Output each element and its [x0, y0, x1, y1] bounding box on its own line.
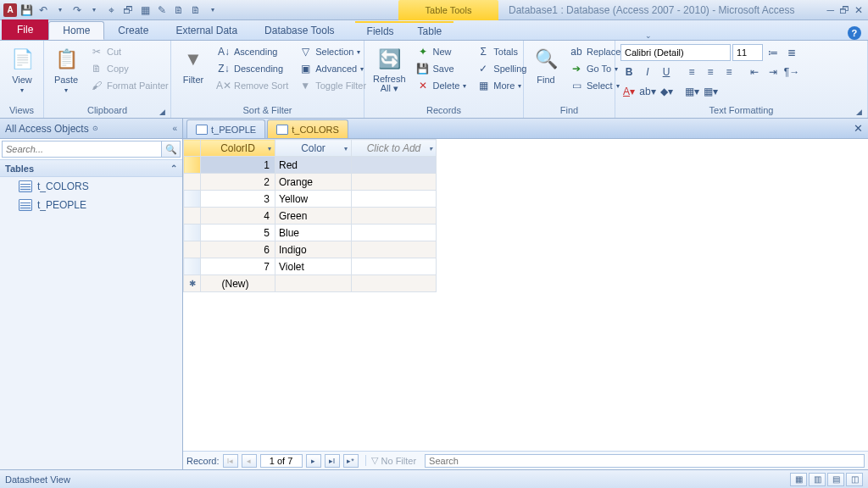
toggle-filter-button[interactable]: ▼Toggle Filter	[295, 78, 370, 93]
spelling-button[interactable]: ✓Spelling	[473, 61, 530, 76]
cell[interactable]	[275, 275, 352, 292]
dropdown-icon[interactable]: ▾	[268, 144, 271, 152]
cell[interactable]: (New)	[201, 275, 275, 292]
bullets-icon[interactable]: ≔	[765, 44, 782, 61]
tab-database-tools[interactable]: Database Tools	[251, 21, 348, 40]
highlight-icon[interactable]: ab▾	[639, 83, 656, 100]
cell[interactable]: Indigo	[275, 241, 352, 258]
paste-button[interactable]: 📋Paste▾	[49, 44, 83, 96]
dialog-launcher-icon[interactable]: ◢	[856, 108, 862, 116]
help-icon[interactable]: ?	[848, 26, 861, 40]
italic-icon[interactable]: I	[639, 64, 656, 80]
bold-icon[interactable]: B	[620, 64, 637, 80]
redo-icon[interactable]: ↷	[70, 3, 85, 18]
table-row[interactable]: 6Indigo	[184, 241, 437, 258]
align-right-icon[interactable]: ≡	[721, 64, 737, 80]
format-painter-button[interactable]: 🖌Format Painter	[86, 78, 172, 93]
cut-button[interactable]: ✂Cut	[86, 44, 172, 59]
next-record-button[interactable]: ▸	[306, 454, 321, 468]
qat-dropdown-icon[interactable]: ▾	[205, 3, 220, 18]
col-header-color[interactable]: Color▾	[275, 140, 352, 157]
align-center-icon[interactable]: ≡	[702, 64, 719, 80]
cell[interactable]: 7	[201, 258, 275, 275]
nav-dropdown-icon[interactable]: ⊙	[92, 125, 98, 132]
col-header-add[interactable]: Click to Add▾	[352, 140, 437, 157]
save-button[interactable]: 💾Save	[413, 61, 470, 76]
ribbon-collapse-icon[interactable]: ⌄	[645, 31, 652, 40]
doc-tab-tpeople[interactable]: t_PEOPLE	[186, 119, 265, 138]
totals-button[interactable]: ΣTotals	[473, 44, 530, 59]
datasheet-view-button[interactable]: ▦	[790, 473, 807, 486]
doc-tab-tcolors[interactable]: t_COLORS	[267, 119, 348, 138]
row-selector[interactable]	[184, 208, 201, 225]
redo-more-icon[interactable]: ▾	[86, 3, 102, 18]
collapse-icon[interactable]: ⌃	[170, 164, 177, 173]
cell[interactable]	[352, 258, 437, 275]
fill-icon[interactable]: ◆▾	[658, 83, 675, 100]
tab-create[interactable]: Create	[104, 21, 162, 40]
indent-right-icon[interactable]: ⇥	[765, 64, 782, 80]
row-selector-new[interactable]	[184, 275, 201, 292]
table-row[interactable]: 3Yellow	[184, 191, 437, 208]
tab-external-data[interactable]: External Data	[162, 21, 251, 40]
align-left-icon[interactable]: ≡	[683, 64, 700, 80]
record-search-input[interactable]	[425, 454, 865, 468]
new-record-button[interactable]: ▸*	[343, 454, 359, 468]
descending-button[interactable]: Z↓Descending	[214, 61, 292, 76]
row-selector[interactable]	[184, 191, 201, 208]
design-view-button[interactable]: ▥	[809, 473, 826, 486]
qat-icon5[interactable]: 🗎	[171, 3, 186, 18]
new-button[interactable]: ✦New	[413, 44, 470, 59]
advanced-button[interactable]: ▣Advanced ▾	[295, 61, 370, 76]
more-button[interactable]: ▦More ▾	[473, 78, 530, 93]
save-icon[interactable]: 💾	[19, 3, 34, 18]
row-selector[interactable]	[184, 174, 201, 191]
gridlines-icon[interactable]: ▦▾	[683, 83, 700, 100]
table-row[interactable]: 5Blue	[184, 225, 437, 241]
cell[interactable]	[352, 174, 437, 191]
tab-table[interactable]: Table	[406, 21, 454, 40]
tab-fields[interactable]: Fields	[355, 21, 406, 40]
layout-view-button[interactable]: ◫	[846, 473, 863, 486]
close-icon[interactable]: ✕	[854, 4, 863, 16]
row-selector[interactable]	[184, 241, 201, 258]
nav-item-tcolors[interactable]: t_COLORS	[0, 177, 182, 196]
find-button[interactable]: 🔍Find	[529, 44, 563, 86]
font-select[interactable]	[620, 44, 731, 61]
cell[interactable]	[352, 208, 437, 225]
close-tab-icon[interactable]: ✕	[854, 122, 863, 135]
cell[interactable]	[352, 275, 437, 292]
selection-button[interactable]: ▽Selection ▾	[295, 44, 370, 59]
numbering-icon[interactable]: ≣	[783, 44, 800, 61]
cell[interactable]: 5	[201, 225, 275, 241]
table-row-new[interactable]: (New)	[184, 275, 437, 292]
record-position-input[interactable]	[260, 454, 303, 468]
first-record-button[interactable]: I◂	[223, 454, 238, 468]
qat-icon4[interactable]: ✎	[154, 3, 170, 18]
underline-icon[interactable]: U	[658, 64, 675, 80]
cell[interactable]: Yellow	[275, 191, 352, 208]
no-filter-indicator[interactable]: ▽No Filter	[365, 455, 417, 466]
cell[interactable]	[352, 241, 437, 258]
tab-file[interactable]: File	[2, 19, 48, 40]
delete-button[interactable]: ✕Delete ▾	[413, 78, 470, 93]
restore-icon[interactable]: 🗗	[839, 4, 849, 16]
nav-collapse-icon[interactable]: «	[172, 124, 177, 133]
cell[interactable]: 4	[201, 208, 275, 225]
font-size-select[interactable]	[732, 44, 763, 61]
cell[interactable]: Red	[275, 157, 352, 174]
cell[interactable]: Blue	[275, 225, 352, 241]
dropdown-icon[interactable]: ▾	[344, 144, 348, 152]
view-button[interactable]: 📄View▾	[5, 44, 39, 96]
undo-icon[interactable]: ↶	[36, 3, 51, 18]
qat-icon2[interactable]: 🗗	[120, 3, 136, 18]
filter-button[interactable]: ▼Filter	[176, 44, 210, 86]
undo-more-icon[interactable]: ▾	[53, 3, 68, 18]
table-row[interactable]: 2Orange	[184, 174, 437, 191]
dropdown-icon[interactable]: ▾	[429, 144, 432, 152]
nav-item-tpeople[interactable]: t_PEOPLE	[0, 196, 182, 214]
remove-sort-button[interactable]: A✕Remove Sort	[214, 78, 292, 93]
cell[interactable]	[352, 225, 437, 241]
indent-left-icon[interactable]: ⇤	[746, 64, 763, 80]
search-icon[interactable]: 🔍	[162, 141, 181, 158]
